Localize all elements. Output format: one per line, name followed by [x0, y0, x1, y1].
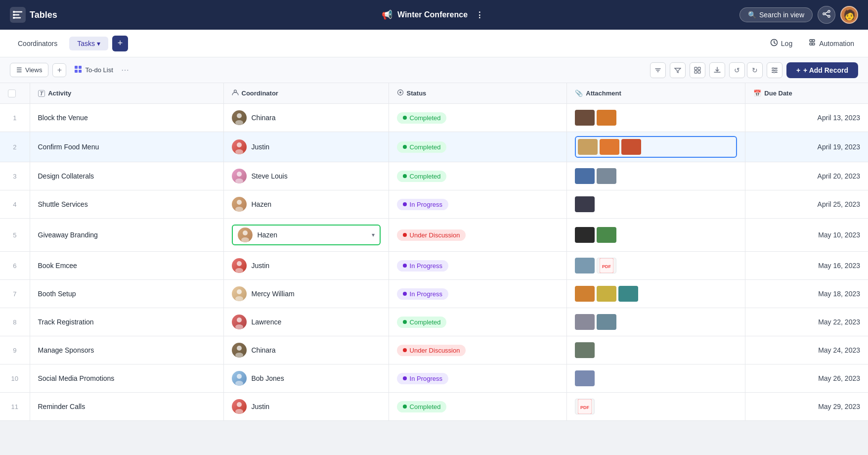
activity-value: Shuttle Services — [38, 200, 88, 208]
svg-point-32 — [235, 179, 243, 183]
group-button[interactable] — [690, 62, 705, 78]
status-label: Completed — [410, 114, 441, 122]
activity-cell[interactable]: Manage Sponsors — [30, 336, 223, 364]
attachment-cell[interactable] — [567, 219, 745, 252]
attachment-cell[interactable] — [567, 364, 745, 393]
attachment-thumb — [621, 139, 641, 155]
status-cell[interactable]: Under Discussion — [389, 336, 567, 364]
status-cell[interactable]: Completed — [389, 308, 567, 336]
user-avatar[interactable]: 🧑 — [840, 6, 858, 24]
group-icon — [694, 67, 701, 74]
activity-cell[interactable]: Giveaway Branding — [30, 219, 223, 252]
status-cell[interactable]: Completed — [389, 132, 567, 162]
svg-point-21 — [772, 67, 774, 69]
coordinator-cell[interactable]: Chinara — [223, 104, 389, 132]
coordinator-dropdown[interactable]: Hazen ▾ — [232, 225, 381, 245]
status-cell[interactable]: Completed — [389, 104, 567, 132]
attachment-cell[interactable] — [567, 308, 745, 336]
svg-point-4 — [828, 10, 830, 12]
field-settings-button[interactable] — [767, 62, 782, 78]
attachment-cell[interactable] — [567, 104, 745, 132]
app-logo[interactable]: Tables — [10, 7, 382, 23]
status-cell[interactable]: In Progress — [389, 364, 567, 393]
attachment-column-header[interactable]: 📎 Attachment — [567, 83, 745, 104]
attachment-cell[interactable] — [567, 132, 745, 162]
status-cell[interactable]: In Progress — [389, 252, 567, 280]
tab-tasks[interactable]: Tasks ▾ — [69, 37, 108, 50]
coordinator-cell[interactable]: Chinara — [223, 336, 389, 364]
activity-cell[interactable]: Social Media Promotions — [30, 364, 223, 393]
activity-cell[interactable]: Confirm Food Menu — [30, 132, 223, 162]
tab-coordinators[interactable]: Coordinators — [10, 37, 65, 50]
due-date-column-header[interactable]: 📅 Due Date — [745, 83, 868, 104]
activity-cell[interactable]: Booth Setup — [30, 280, 223, 308]
select-all-header[interactable] — [0, 83, 30, 104]
search-in-view-button[interactable]: 🔍 Search in view — [739, 7, 813, 22]
activity-cell[interactable]: Reminder Calls — [30, 393, 223, 421]
status-cell[interactable]: Completed — [389, 393, 567, 421]
status-cell[interactable]: Completed — [389, 162, 567, 190]
status-cell[interactable]: In Progress — [389, 280, 567, 308]
automation-label: Automation — [819, 40, 854, 47]
row-number: 3 — [0, 162, 30, 190]
sort-button[interactable] — [650, 62, 666, 78]
current-view-label[interactable]: To-do List — [70, 63, 117, 77]
due-date-cell: April 19, 2023 — [745, 132, 868, 162]
download-button[interactable] — [709, 62, 725, 78]
log-button[interactable]: Log — [766, 37, 796, 50]
attachment-cell[interactable] — [567, 162, 745, 190]
svg-point-47 — [237, 374, 242, 379]
coordinator-cell[interactable]: Justin — [223, 132, 389, 162]
due-date-value: May 24, 2023 — [818, 346, 860, 354]
select-all-checkbox[interactable] — [8, 90, 16, 97]
coordinator-cell[interactable]: Bob Jones — [223, 364, 389, 393]
due-date-col-icon: 📅 — [753, 90, 761, 97]
redo-button[interactable]: ↻ — [747, 62, 763, 78]
coordinator-avatar — [232, 343, 247, 358]
coordinator-column-header[interactable]: Coordinator — [223, 83, 389, 104]
attachment-cell[interactable] — [567, 190, 745, 219]
undo-button[interactable]: ↺ — [729, 62, 745, 78]
status-dot — [403, 202, 407, 206]
tab-tasks-label: Tasks — [77, 40, 95, 47]
add-view-button[interactable]: + — [52, 63, 66, 77]
coordinator-cell[interactable]: Hazen ▾ — [223, 219, 389, 252]
attachment-cell[interactable] — [567, 280, 745, 308]
coordinator-col-label: Coordinator — [242, 90, 278, 97]
coordinator-cell[interactable]: Hazen — [223, 190, 389, 219]
coordinator-cell[interactable]: Justin — [223, 252, 389, 280]
status-column-header[interactable]: Status — [389, 83, 567, 104]
attachment-thumb — [597, 286, 616, 302]
activity-cell[interactable]: Shuttle Services — [30, 190, 223, 219]
add-tab-button[interactable]: + — [112, 36, 128, 51]
views-button[interactable]: ☰ Views — [10, 63, 48, 77]
coordinator-name: Hazen — [258, 231, 277, 239]
svg-point-31 — [237, 172, 242, 177]
activity-cell[interactable]: Design Collaterals — [30, 162, 223, 190]
activity-cell[interactable]: Block the Venue — [30, 104, 223, 132]
attachments-container — [575, 168, 737, 184]
status-badge: Completed — [397, 171, 447, 182]
filter-button[interactable] — [670, 62, 686, 78]
view-more-button[interactable]: ⋯ — [121, 65, 129, 75]
activity-column-header[interactable]: T Activity — [30, 83, 223, 104]
svg-point-22 — [775, 69, 777, 71]
views-label: Views — [25, 66, 42, 74]
attachment-cell[interactable]: PDF — [567, 252, 745, 280]
activity-cell[interactable]: Book Emcee — [30, 252, 223, 280]
svg-rect-17 — [698, 71, 700, 73]
status-cell[interactable]: Under Discussion — [389, 219, 567, 252]
coordinator-cell[interactable]: Steve Louis — [223, 162, 389, 190]
attachment-cell[interactable] — [567, 336, 745, 364]
share-button[interactable] — [818, 6, 835, 24]
automation-button[interactable]: Automation — [804, 37, 858, 50]
coordinator-cell[interactable]: Lawrence — [223, 308, 389, 336]
attachment-cell[interactable]: PDF — [567, 393, 745, 421]
status-cell[interactable]: In Progress — [389, 190, 567, 219]
add-record-button[interactable]: + + Add Record — [786, 62, 858, 78]
activity-cell[interactable]: Track Registration — [30, 308, 223, 336]
coordinator-cell[interactable]: Mercy William — [223, 280, 389, 308]
coordinator-cell[interactable]: Justin — [223, 393, 389, 421]
svg-point-37 — [237, 261, 242, 266]
project-more-icon[interactable]: ⋮ — [473, 9, 486, 21]
